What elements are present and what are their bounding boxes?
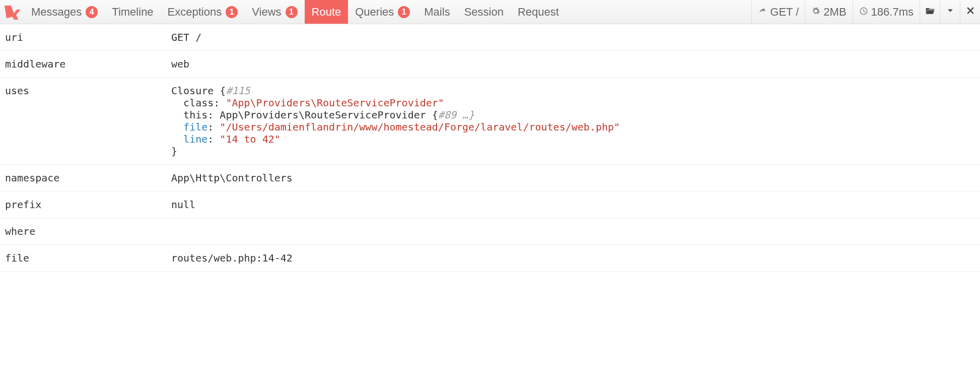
prop-key: this [183, 109, 207, 121]
route-row-middleware: middleware web [0, 51, 980, 78]
prop-value: "14 to 42" [220, 133, 280, 145]
row-key: prefix [5, 199, 171, 211]
tab-label: Queries [355, 6, 394, 19]
closure-ref: #115 [226, 85, 250, 97]
minimize-button[interactable] [940, 0, 960, 24]
tab-badge: 1 [398, 6, 410, 18]
route-row-uri: uri GET / [0, 24, 980, 51]
prop-value: App\Providers\RouteServiceProvider { [220, 109, 438, 121]
tab-label: Messages [31, 6, 82, 19]
tab-request[interactable]: Request [511, 0, 566, 24]
row-value [171, 225, 975, 237]
laravel-logo-icon[interactable] [0, 0, 24, 24]
tab-badge: 4 [86, 6, 98, 18]
gear-icon [811, 6, 820, 19]
row-key: file [5, 252, 171, 264]
close-icon [965, 6, 975, 18]
prop-key: class [183, 97, 214, 109]
tab-label: Mails [424, 6, 450, 19]
tab-session[interactable]: Session [457, 0, 511, 24]
clock-icon [859, 6, 868, 19]
close-button[interactable] [960, 0, 980, 24]
row-key: uses [5, 85, 171, 157]
debugbar-toolbar: Messages 4 Timeline Exceptions 1 Views 1… [0, 0, 980, 24]
tab-label: Timeline [112, 6, 153, 19]
row-value: GET / [171, 31, 975, 43]
row-value: routes/web.php:14-42 [171, 252, 975, 264]
memory-info[interactable]: 2MB [805, 0, 852, 24]
row-key: where [5, 225, 171, 237]
tab-route[interactable]: Route [305, 0, 348, 24]
time-info[interactable]: 186.7ms [853, 0, 920, 24]
tab-label: Request [518, 6, 559, 19]
row-value: Closure {#115 class: "App\Providers\Rout… [171, 85, 975, 157]
route-row-file: file routes/web.php:14-42 [0, 245, 980, 272]
route-row-where: where [0, 218, 980, 245]
tabs: Messages 4 Timeline Exceptions 1 Views 1… [24, 0, 751, 24]
this-ref: #89 …} [438, 109, 474, 121]
tab-label: Views [252, 6, 281, 19]
chevron-down-icon [945, 6, 955, 18]
tab-label: Route [312, 6, 341, 19]
route-row-namespace: namespace App\Http\Controllers [0, 165, 980, 191]
tab-badge: 1 [226, 6, 238, 18]
closure-close: } [171, 145, 177, 157]
memory-label: 2MB [823, 6, 846, 19]
tab-messages[interactable]: Messages 4 [24, 0, 105, 24]
route-row-prefix: prefix null [0, 191, 980, 218]
row-key: namespace [5, 172, 171, 184]
row-value: null [171, 199, 975, 211]
tab-label: Exceptions [168, 6, 222, 19]
prop-key: line [183, 133, 207, 145]
prop-value: "/Users/damienflandrin/www/homestead/For… [220, 121, 620, 133]
row-value: App\Http\Controllers [171, 172, 975, 184]
request-info[interactable]: GET / [751, 0, 805, 24]
request-label: GET / [770, 6, 799, 19]
closure-open: Closure { [171, 85, 226, 97]
folder-open-icon [925, 6, 935, 18]
tab-label: Session [464, 6, 504, 19]
tab-queries[interactable]: Queries 1 [348, 0, 417, 24]
toolbar-right: GET / 2MB 186.7ms [751, 0, 980, 24]
row-key: uri [5, 31, 171, 43]
tab-badge: 1 [286, 6, 298, 18]
tab-views[interactable]: Views 1 [245, 0, 304, 24]
route-panel: uri GET / middleware web uses Closure {#… [0, 24, 980, 272]
share-icon [758, 6, 767, 19]
tab-exceptions[interactable]: Exceptions 1 [161, 0, 245, 24]
tab-timeline[interactable]: Timeline [105, 0, 160, 24]
route-row-uses: uses Closure {#115 class: "App\Providers… [0, 78, 980, 165]
folder-open-button[interactable] [920, 0, 940, 24]
prop-key: file [183, 121, 207, 133]
prop-value: "App\Providers\RouteServiceProvider" [226, 97, 444, 109]
tab-mails[interactable]: Mails [417, 0, 457, 24]
row-key: middleware [5, 58, 171, 70]
time-label: 186.7ms [871, 6, 914, 19]
row-value: web [171, 58, 975, 70]
